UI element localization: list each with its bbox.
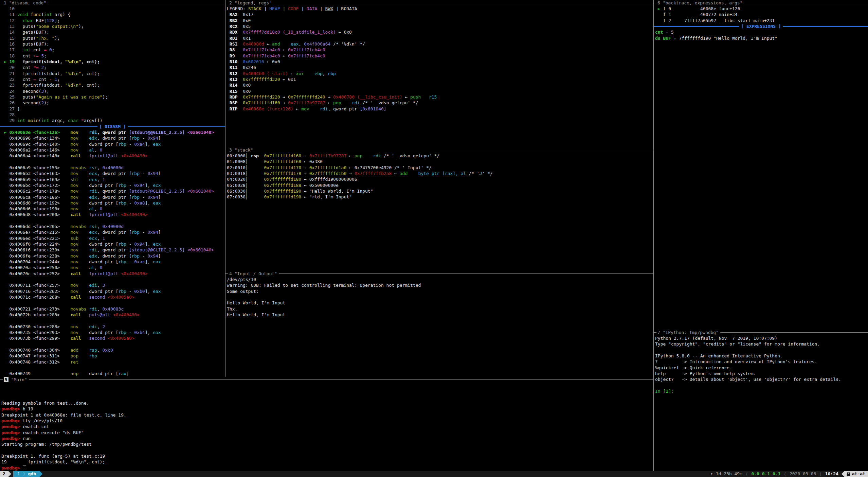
window-tab-gdb[interactable]: 1 ⟩ gdb	[13, 471, 39, 477]
terminal-line: 16 puts(BUF);	[1, 41, 225, 47]
powerline-arrow	[842, 471, 845, 477]
terminal-line: warning: GDB: Failed to set controlling …	[227, 282, 654, 288]
pane-title-text: "Input / Output"	[235, 271, 277, 276]
pane-backtrace-expressions[interactable]: 6 "backtrace, expressions, args" ► f 0 4…	[653, 0, 868, 330]
pane-disasm-code[interactable]: 1 "disasm, code" 10 11 void func(int arg…	[0, 0, 225, 377]
terminal-line: RSP 0x7fffffffd160 → 0x7ffff7b97787 ← po…	[227, 100, 654, 106]
pane-title-text: "Main"	[11, 377, 27, 382]
load-average: 0.0 0.1 0.1	[751, 471, 780, 477]
session-index-badge[interactable]: 2	[0, 471, 8, 477]
terminal-line: 0x4006a4 <func+148> call fprintf@plt <0x…	[1, 153, 225, 159]
disasm-separator: [ DISASM ]	[0, 124, 225, 129]
terminal-line: 0x4006d6 <func+198> mov al, 0	[1, 206, 225, 212]
pane-input-output[interactable]: 4 "Input / Output" /dev/pts/10warning: G…	[225, 271, 654, 377]
pane-legend-regs[interactable]: 2 "legend, regs" LEGEND: STACK | HEAP | …	[225, 0, 654, 147]
pane-border-horizontal	[225, 150, 654, 150]
pane-title-main: 5 "Main"	[0, 377, 653, 383]
pane-title-ipython: 7 "IPython: tmp/pwndbg"	[654, 330, 868, 335]
terminal-line: 04:0020│ 0x7fffffffd180 ← 0xffffd1900000…	[227, 176, 654, 182]
terminal-line: cnt = 5	[655, 29, 868, 35]
terminal-line: pwndbg> run	[1, 436, 653, 441]
pane-title-legend-regs: 2 "legend, regs"	[225, 0, 654, 6]
pane-border-horizontal	[0, 379, 653, 380]
pane-main-gdb[interactable]: 5 "Main" Reading symbols from test...don…	[0, 377, 653, 471]
terminal-line: help -> Python's own help system.	[655, 371, 868, 376]
terminal-line: 29 int main(int argc, char *argv[])	[1, 118, 225, 123]
terminal-line: 05:0028│ 0x7fffffffd188 ← 0x50000000e	[227, 182, 654, 188]
status-right: ↑ 1d 23h 49m ⟨ 0.0 0.1 0.1 ⟨ 2020-03-06 …	[710, 471, 868, 477]
program-output: /dev/pts/10warning: GDB: Failed to set c…	[225, 277, 654, 318]
terminal-line: 0x400696 <func+134> mov edx, dword ptr […	[1, 135, 225, 141]
terminal-line: 0x4006f6 <func+230> mov rdi, qword ptr […	[1, 247, 225, 253]
terminal-line: Reading symbols from test...done.	[1, 400, 653, 406]
disasm-separator-label: [ DISASM ]	[97, 124, 128, 129]
terminal-line	[1, 365, 225, 371]
terminal-line: Python 2.7.17 (default, Nov 7 2019, 10:0…	[655, 335, 868, 341]
terminal-line: 0x40072b <func+283> call puts@plt <0x400…	[1, 312, 225, 318]
terminal-line: 0x4006fe <func+238> mov edx, dword ptr […	[1, 253, 225, 259]
terminal-line: Breakpoint 1 at 0x40068e: file test.c, l…	[1, 412, 653, 418]
terminal-line: 0x400735 <func+293> mov dword ptr [rbp -…	[1, 330, 225, 335]
pane-border-horizontal	[225, 3, 654, 3]
hostname: at-at	[852, 471, 865, 477]
terminal-line: Starting program: /tmp/pwndbg/test	[1, 441, 653, 447]
terminal-line: 0x4006c2 <func+178> mov rdi, qword ptr […	[1, 188, 225, 194]
terminal-line: 0x400704 <func+244> mov dword ptr [rbp -…	[1, 259, 225, 265]
terminal-line: RSI 0x40080d ← and eax, 0x4f000a64 /* '%…	[227, 41, 654, 47]
terminal-line	[1, 318, 225, 323]
backtrace-listing: ► f 0 40068e func+126 f 1 400772 main+34…	[654, 6, 868, 23]
powerline-arrow	[39, 471, 42, 477]
disassembly-listing: ► 0x40068e <func+126> mov rdi, qword ptr…	[0, 129, 225, 377]
terminal-line: ds BUF = 7fffffffd190 "Hello World, I'm …	[655, 35, 868, 41]
expressions-separator-label: [ EXPRESSIONS ]	[739, 23, 783, 29]
terminal-line	[1, 447, 653, 453]
terminal-line: 01:0008│ 0x7fffffffd168 ← 0x380	[227, 159, 654, 164]
pane-title-text: "backtrace, expressions, args"	[663, 0, 743, 5]
terminal-line: 0x40073b <func+299> call second <0x4005a…	[1, 335, 225, 341]
pane-title-text: "disasm, code"	[9, 0, 47, 5]
terminal-line: 0x400740 <func+304> add rsp, 0xc0	[1, 347, 225, 353]
terminal-line: RAX 0x17	[227, 12, 654, 17]
terminal-line: R15 0x0	[227, 88, 654, 94]
terminal-line: 22 cnt = cnt - 1;	[1, 76, 225, 82]
window-name: gdb	[28, 471, 36, 477]
pane-stack[interactable]: 3 "stack" 00:0000│ rsp 0x7fffffffd160 → …	[225, 147, 654, 271]
status-date: 2020-03-06	[790, 471, 816, 477]
gdb-console[interactable]: Reading symbols from test...done.pwndbg>…	[0, 383, 653, 471]
pane-title-text: "legend, regs"	[235, 0, 272, 5]
terminal-line: R11 0x246	[227, 65, 654, 70]
terminal-line: 28	[1, 112, 225, 118]
terminal-line: 0x400747 <func+311> pop rbp	[1, 353, 225, 359]
terminal-line: 0x400730 <func+288> mov edi, 2	[1, 324, 225, 330]
hostname-badge: at-at	[845, 471, 868, 477]
terminal-line	[1, 341, 225, 347]
ipython-console[interactable]: Python 2.7.17 (default, Nov 7 2019, 10:0…	[654, 335, 868, 394]
expressions-separator: [ EXPRESSIONS ]	[654, 23, 868, 29]
lock-icon	[847, 472, 850, 476]
pane-title-stack: 3 "stack"	[225, 147, 654, 153]
window-separator: ⟩	[23, 471, 25, 477]
terminal-line: 0x400749 nop dword ptr [rax]	[1, 371, 225, 376]
status-time: 10:24	[825, 471, 838, 477]
status-separator: ⟨	[781, 471, 790, 477]
terminal-line: 0x40070c <func+252> call fprintf@plt <0x…	[1, 271, 225, 277]
terminal-line: 0x4006b3 <func+163> mov ecx, dword ptr […	[1, 171, 225, 176]
pane-index: 3	[229, 147, 232, 153]
pane-title-text: "IPython: tmp/pwndbg"	[663, 330, 719, 335]
terminal-line: 02:0010│ 0x7fffffffd170 → 0x7fffffffd1a0…	[227, 165, 654, 171]
terminal-line: 13 puts("Some output:\n");	[1, 23, 225, 29]
terminal-line: pwndbg>	[1, 465, 653, 471]
pane-title-disasm-code: 1 "disasm, code"	[0, 0, 225, 6]
terminal-line	[655, 347, 868, 353]
pane-title-input-output: 4 "Input / Output"	[225, 271, 654, 277]
terminal-line	[1, 159, 225, 165]
terminal-line: 0x4006d0 <func+192> mov dword ptr [rbp -…	[1, 200, 225, 206]
terminal-line: 0x400716 <func+262> mov dword ptr [rbp -…	[1, 288, 225, 294]
terminal-line: In [1]:	[655, 388, 868, 394]
pane-border-vertical-left	[225, 0, 225, 377]
terminal-line: 19 fprintf(stdout, "%d\n", cnt);	[1, 459, 653, 465]
terminal-line: RDI 0x1	[227, 35, 654, 41]
terminal-line: 0x4006f0 <func+224> mov dword ptr [rbp -…	[1, 241, 225, 247]
pane-ipython[interactable]: 7 "IPython: tmp/pwndbg" Python 2.7.17 (d…	[653, 330, 868, 471]
terminal-line: 0x4006dd <func+205> movabs rsi, 0x40080d	[1, 224, 225, 229]
